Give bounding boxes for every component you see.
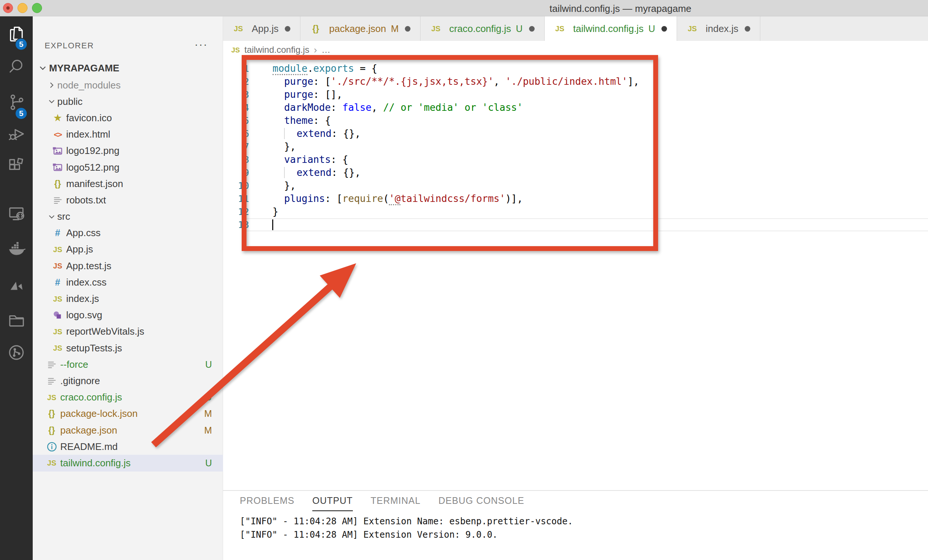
file-label: README.md: [60, 441, 118, 453]
git-status-badge: M: [204, 425, 212, 436]
tree-item-logo512-png[interactable]: logo512.png: [33, 159, 223, 175]
panel-tab-output[interactable]: OUTPUT: [312, 495, 353, 511]
css-icon: #: [52, 278, 63, 287]
git-status-badge: U: [205, 458, 212, 468]
js-icon: JS: [46, 394, 57, 401]
git-status-badge: U: [205, 359, 212, 370]
breadcrumb-file[interactable]: tailwind.config.js: [244, 44, 309, 55]
tree-item-tailwind-config-js[interactable]: JStailwind.config.jsU: [33, 455, 223, 471]
tree-item-app-test-js[interactable]: JSApp.test.js: [33, 258, 223, 274]
activity-bar: 55: [0, 16, 33, 560]
search-icon: [7, 57, 26, 77]
minimize-button[interactable]: [17, 3, 27, 13]
file-label: reportWebVitals.js: [66, 326, 144, 337]
js-icon: JS: [52, 295, 63, 303]
svg-icon: [52, 310, 63, 320]
activity-remote-explorer-button[interactable]: [0, 197, 33, 231]
tree-item-app-css[interactable]: #App.css: [33, 225, 223, 241]
more-actions-button[interactable]: ···: [194, 38, 208, 50]
activity-search-button[interactable]: [0, 50, 33, 84]
dirty-indicator-icon: [661, 26, 667, 32]
activity-explorer-button[interactable]: 5: [0, 17, 33, 51]
activity-run-and-debug-button[interactable]: [0, 117, 33, 152]
tree-item-node-modules[interactable]: node_modules: [33, 77, 223, 93]
tab-package-json[interactable]: {}package.jsonM: [301, 16, 420, 41]
tree-item-src[interactable]: src: [33, 209, 223, 225]
activity-extensions-button[interactable]: [0, 150, 33, 184]
close-button[interactable]: [3, 3, 13, 13]
chevron-down-icon: [37, 63, 48, 73]
maximize-button[interactable]: [32, 3, 42, 13]
docker-icon: [7, 240, 26, 259]
tree-item-package-json[interactable]: {}package.jsonM: [33, 422, 223, 438]
titlebar: tailwind.config.js — myrapagame: [0, 0, 928, 16]
file-label: --force: [60, 359, 88, 370]
output-line: ["INFO" - 11:04:28 AM] Extension Version…: [240, 528, 573, 542]
file-label: node_modules: [57, 79, 121, 91]
chevron-right-icon: [46, 80, 57, 90]
tree-item-craco-config-js[interactable]: JScraco.config.jsU: [33, 389, 223, 406]
git-status-letter: U: [516, 23, 523, 34]
tree-item-readme-md[interactable]: README.md: [33, 438, 223, 455]
remote-explorer-icon: [7, 204, 26, 224]
vscode-window: tailwind.config.js — myrapagame 55 EXPLO…: [0, 0, 928, 560]
tree-item-logo-svg[interactable]: logo.svg: [33, 307, 223, 323]
tab-label: tailwind.config.js: [573, 23, 644, 35]
activity-docker-button[interactable]: [0, 232, 33, 267]
output-log[interactable]: ["INFO" - 11:04:28 AM] Extension Name: e…: [240, 515, 573, 542]
tree-item-index-js[interactable]: JSindex.js: [33, 290, 223, 307]
tree-item-package-lock-json[interactable]: {}package-lock.jsonM: [33, 406, 223, 422]
file-label: .gitignore: [60, 375, 100, 387]
file-label: src: [57, 211, 70, 222]
tree-item-gitignore[interactable]: .gitignore: [33, 372, 223, 389]
dirty-indicator-icon: [285, 26, 290, 32]
tree-item-app-js[interactable]: JSApp.js: [33, 241, 223, 258]
tree-item-manifest-json[interactable]: {}manifest.json: [33, 175, 223, 192]
git-status-letter: M: [391, 23, 399, 34]
tab-bar: JSApp.js{}package.jsonMJScraco.config.js…: [223, 16, 928, 41]
file-label: craco.config.js: [60, 392, 122, 403]
file-label: tailwind.config.js: [60, 457, 130, 469]
image-icon: [52, 145, 63, 157]
window-title: tailwind.config.js — myrapagame: [549, 3, 691, 15]
tab-craco-config-js[interactable]: JScraco.config.jsU: [420, 16, 544, 41]
activity-source-control-button[interactable]: 5: [0, 86, 33, 120]
tree-item-public[interactable]: public: [33, 93, 223, 110]
dirty-indicator-icon: [405, 26, 411, 32]
tree-root-folder[interactable]: MYRAPAGAME: [33, 60, 223, 76]
tree-item-reportwebvitals-js[interactable]: JSreportWebVitals.js: [33, 323, 223, 340]
triangles-icon: [7, 276, 26, 296]
tree-item-favicon-ico[interactable]: ★favicon.ico: [33, 110, 223, 126]
js-icon: JS: [687, 25, 698, 32]
panel-tab-problems[interactable]: PROBLEMS: [240, 495, 295, 511]
file-label: package-lock.json: [60, 408, 137, 420]
tab-tailwind-config-js[interactable]: JStailwind.config.jsU: [545, 16, 677, 41]
tree-item-index-html[interactable]: <>index.html: [33, 127, 223, 143]
explorer-title: EXPLORER: [44, 41, 94, 50]
folder-icon: [7, 311, 26, 331]
file-label: index.html: [66, 129, 110, 140]
text-icon: [52, 195, 63, 205]
panel-tab-debug-console[interactable]: DEBUG CONSOLE: [438, 495, 524, 511]
file-label: manifest.json: [66, 178, 123, 190]
chevron-down-icon: [46, 212, 57, 221]
file-label: logo512.png: [66, 162, 119, 173]
dirty-indicator-icon: [529, 26, 535, 32]
breadcrumb-symbol[interactable]: …: [322, 44, 331, 55]
panel-tab-terminal[interactable]: TERMINAL: [371, 495, 420, 511]
explorer-sidebar: EXPLORER ··· MYRAPAGAME node_modulespubl…: [33, 16, 223, 560]
json-icon: {}: [46, 409, 57, 418]
tree-item-setuptests-js[interactable]: JSsetupTests.js: [33, 340, 223, 356]
activity-project-manager-button[interactable]: [0, 304, 33, 338]
tree-item-index-css[interactable]: #index.css: [33, 274, 223, 290]
tree-item-force[interactable]: --forceU: [33, 356, 223, 372]
tree-item-robots-txt[interactable]: robots.txt: [33, 192, 223, 208]
tree-item-logo192-png[interactable]: logo192.png: [33, 143, 223, 159]
activity-triangles-button[interactable]: [0, 269, 33, 303]
text-icon: [46, 360, 57, 369]
git-status-badge: M: [204, 408, 212, 419]
activity-git-graph-button[interactable]: [0, 336, 33, 370]
tab-app-js[interactable]: JSApp.js: [223, 16, 301, 41]
text-icon: [46, 376, 57, 386]
tab-index-js[interactable]: JSindex.js: [677, 16, 760, 41]
